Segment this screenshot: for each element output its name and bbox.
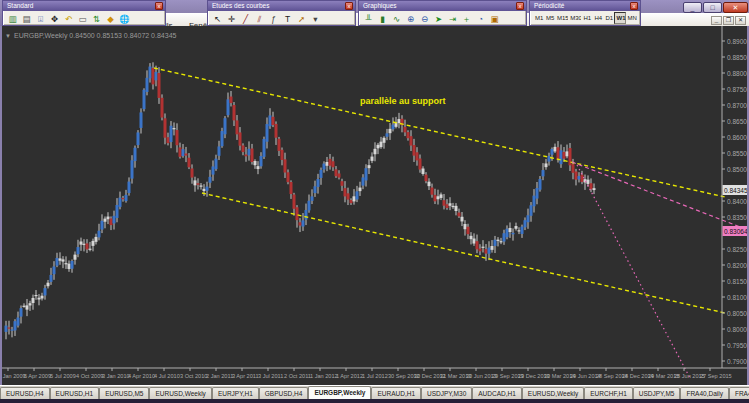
timeframe-button-mn[interactable]: MN (626, 12, 637, 24)
bar-chart-icon[interactable]: ╨ (362, 12, 375, 24)
candle (305, 210, 308, 220)
toolbar-line-studies-label: Etudes des courbes (212, 1, 269, 11)
candle (368, 165, 371, 168)
close-icon[interactable]: x (345, 2, 353, 10)
candle (152, 68, 155, 84)
candle (560, 150, 563, 164)
chart-tab[interactable]: EURGBP,Weekly (308, 386, 371, 399)
toolbar-charts: Graphiques x ╨▮∿⊕⊖➤⇥＋◔▣ (358, 0, 527, 26)
profiles-icon[interactable]: ▤ (20, 12, 33, 24)
fibonacci-icon[interactable]: ƒ (267, 12, 280, 24)
timeframe-button-h4[interactable]: H4 (592, 12, 603, 24)
timeframe-button-m1[interactable]: M1 (533, 12, 544, 24)
chart-tab[interactable]: EURUSD,Weekly (522, 387, 584, 399)
candle (41, 296, 44, 299)
timeframe-button-m15[interactable]: M15 (555, 12, 568, 24)
price-axis-label: 0.80000 (727, 326, 747, 333)
candle (590, 183, 593, 189)
timeframe-button-d1[interactable]: D1 (603, 12, 614, 24)
time-axis-label: 1 Jul 2012 (362, 373, 388, 379)
toolbar-line-studies-title[interactable]: Etudes des courbes x (208, 1, 355, 11)
candle (557, 147, 560, 159)
candle (227, 99, 230, 115)
timeframe-button-m30[interactable]: M30 (568, 12, 581, 24)
candle (476, 241, 479, 249)
data-window-icon[interactable]: ✥ (48, 12, 61, 24)
chart-tab[interactable]: EURUSD,H1 (50, 387, 100, 399)
candle (149, 67, 152, 79)
close-icon[interactable]: x (516, 2, 524, 10)
mdi-restore-button[interactable]: ❐ (723, 16, 734, 25)
close-icon[interactable]: x (155, 2, 163, 10)
mdi-minimize-button[interactable]: _ (711, 16, 722, 25)
timeframe-button-w1[interactable]: W1 (614, 12, 625, 24)
arrow-tool-icon[interactable]: ➚ (295, 12, 308, 24)
candle (77, 247, 80, 254)
candle (587, 180, 590, 184)
chart-window[interactable]: parallèle au support0.890000.885000.8800… (0, 26, 749, 385)
candle (266, 124, 269, 142)
chart-tab[interactable]: EURUSD,H4 (0, 387, 50, 399)
line-chart-icon[interactable]: ∿ (390, 12, 403, 24)
candle (374, 149, 377, 154)
candlestick-chart[interactable]: parallèle au support0.890000.885000.8800… (2, 26, 747, 385)
candle (284, 159, 287, 172)
chart-tab[interactable]: EURJPY,H1 (212, 387, 259, 399)
maximize-button[interactable]: □ (703, 2, 722, 13)
price-axis-label: 0.80500 (727, 310, 747, 317)
autoscroll-icon[interactable]: ➤ (432, 12, 445, 24)
minimize-button[interactable]: _ (683, 2, 702, 13)
cursor-icon[interactable]: ↖ (211, 12, 224, 24)
mdi-close-button[interactable]: ✕ (735, 16, 746, 25)
close-icon[interactable]: x (630, 2, 638, 10)
periods-dropdown-icon[interactable]: ◔ (474, 12, 487, 24)
candle (524, 220, 527, 227)
zoom-out-icon[interactable]: ⊖ (418, 12, 431, 24)
channel-icon[interactable]: ⫽ (253, 12, 266, 24)
candle (242, 145, 245, 152)
candle (482, 247, 485, 248)
chart-tab[interactable]: EURCHF,H1 (584, 387, 632, 399)
chart-annotation[interactable]: parallèle au support (360, 96, 446, 106)
chart-tab[interactable]: USDJPY,M30 (421, 387, 472, 399)
toolbar-periodicity-title[interactable]: Périodicité x (530, 1, 640, 11)
toolbar-standard-title[interactable]: Standard x (3, 1, 165, 11)
metaeditor-icon[interactable]: ◆ (104, 12, 117, 24)
toolbar-charts-title[interactable]: Graphiques x (359, 1, 526, 11)
chart-shift-icon[interactable]: ⇥ (446, 12, 459, 24)
candle (143, 90, 146, 109)
chart-tab[interactable]: AUDCAD,H1 (472, 387, 522, 399)
templates-icon[interactable]: ▣ (488, 12, 501, 24)
chart-tab[interactable]: FRA40,Daily (680, 387, 728, 399)
candle (86, 243, 89, 249)
candle (512, 233, 515, 234)
candle (47, 283, 50, 287)
chart-tab[interactable]: USDJPY,M5 (633, 387, 681, 399)
candlestick-icon[interactable]: ▮ (376, 12, 389, 24)
close-button[interactable]: ✕ (723, 2, 748, 13)
crosshair-icon[interactable]: ✛ (225, 12, 238, 24)
options-icon[interactable]: 🌐 (118, 12, 131, 24)
chart-tab[interactable]: EURAUD,H1 (371, 387, 421, 399)
new-chart-icon[interactable]: ▥ (6, 12, 19, 24)
trendline-icon[interactable]: ╱ (239, 12, 252, 24)
candle (197, 183, 200, 185)
chart-tab[interactable]: EURUSD,Weekly (149, 387, 211, 399)
timeframe-button-m5[interactable]: M5 (544, 12, 555, 24)
ohlc-toggle-icon[interactable]: ▼ (5, 33, 11, 39)
indicators-icon[interactable]: ＋ (460, 12, 473, 24)
chart-tab[interactable]: GBPUSD,H4 (259, 387, 309, 399)
timeframe-button-h1[interactable]: H1 (581, 12, 592, 24)
candle (446, 204, 449, 208)
candle (344, 188, 347, 196)
time-axis-label: 4 Apr 2010 (128, 373, 155, 379)
zoom-in-icon[interactable]: ⊕ (404, 12, 417, 24)
market-watch-icon[interactable]: ⍗ (34, 12, 47, 24)
text-icon[interactable]: T (281, 12, 294, 24)
terminal-icon[interactable]: ▭ (76, 12, 89, 24)
new-order-icon[interactable]: ⇅ (90, 12, 103, 24)
chart-tab[interactable]: EURUSD,M5 (99, 387, 149, 399)
chart-tab[interactable]: FRA40,H4 (729, 387, 749, 399)
shapes-dropdown-icon[interactable]: ▾ (309, 12, 322, 24)
navigator-icon[interactable]: ↶ (62, 12, 75, 24)
